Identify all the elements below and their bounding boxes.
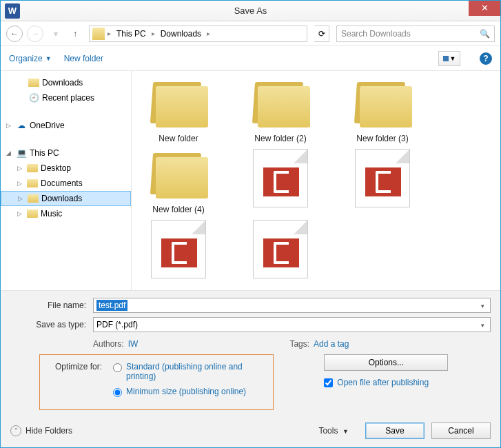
pc-icon: 💻 (16, 148, 27, 158)
search-icon: 🔍 (480, 29, 490, 39)
options-button[interactable]: Options... (324, 354, 448, 371)
forward-button: → (27, 26, 43, 42)
recent-icon: 🕘 (28, 93, 39, 103)
folder-icon (27, 164, 38, 172)
folder-icon (28, 79, 39, 87)
authors-label: Authors: (93, 339, 124, 349)
chevron-down-icon[interactable]: ▾ (478, 301, 488, 311)
expander-icon[interactable]: ▷ (17, 165, 24, 172)
open-after-publishing-checkbox[interactable]: Open file after publishing (324, 378, 448, 387)
optimize-for-group: Optimize for: Standard (publishing onlin… (39, 354, 274, 410)
item-label: New folder (3) (356, 134, 408, 143)
document-icon (355, 149, 410, 207)
breadcrumb-segment[interactable]: Downloads (158, 29, 204, 39)
chevron-right-icon[interactable]: ▸ (205, 30, 212, 37)
folder-icon (27, 210, 38, 218)
save-options-panel: File name: test.pdf▾ Save as type: PDF (… (1, 290, 500, 447)
file-list[interactable]: New folder New folder (2) New folder (3)… (132, 71, 500, 290)
expander-icon[interactable]: ▷ (17, 180, 24, 187)
folder-icon (146, 149, 212, 201)
expander-icon[interactable]: ▷ (6, 122, 13, 129)
folder-icon (28, 194, 39, 203)
expander-icon[interactable]: ▷ (18, 195, 25, 202)
tree-item-this-pc[interactable]: ◢💻This PC (1, 145, 131, 161)
folder-icon (248, 78, 314, 130)
file-item[interactable] (341, 149, 424, 214)
file-item[interactable] (239, 149, 322, 214)
address-bar[interactable]: ▸ This PC ▸ Downloads ▸ (89, 26, 307, 42)
view-options-button[interactable]: ▼ (438, 51, 460, 66)
search-placeholder: Search Downloads (341, 29, 411, 39)
filename-label: File name: (10, 301, 93, 310)
expander-icon[interactable]: ▷ (17, 210, 24, 217)
organize-menu[interactable]: Organize▼ (9, 54, 52, 63)
folder-icon (350, 78, 416, 130)
item-label: New folder (4) (152, 205, 204, 214)
main-area: Downloads 🕘Recent places ▷☁OneDrive ◢💻Th… (1, 71, 500, 290)
refresh-button[interactable]: ⟳ (314, 26, 329, 42)
file-item[interactable] (239, 220, 322, 278)
chevron-down-icon: ▼ (45, 55, 52, 62)
tree-item-recent-places[interactable]: 🕘Recent places (1, 90, 131, 105)
item-label: New folder (159, 134, 198, 143)
recent-locations-button[interactable]: ▾ (48, 26, 64, 42)
optimize-label: Optimize for: (48, 362, 108, 371)
cancel-button[interactable]: Cancel (431, 422, 491, 439)
folder-item[interactable]: New folder (3) (341, 78, 424, 143)
breadcrumb-segment[interactable]: This PC (114, 29, 149, 39)
navigation-bar: ← → ▾ ↑ ▸ This PC ▸ Downloads ▸ ⟳ Search… (1, 21, 500, 46)
location-icon (92, 28, 105, 40)
chevron-down-icon: ▼ (342, 428, 349, 435)
save-button[interactable]: Save (365, 422, 425, 439)
help-button[interactable]: ? (480, 52, 492, 65)
navigation-tree[interactable]: Downloads 🕘Recent places ▷☁OneDrive ◢💻Th… (1, 71, 132, 290)
tools-menu[interactable]: Tools ▼ (318, 426, 349, 436)
optimize-minimum-radio[interactable]: Minimum size (publishing online) (113, 387, 265, 397)
chevron-right-icon[interactable]: ▸ (150, 30, 156, 37)
tree-item-onedrive[interactable]: ▷☁OneDrive (1, 118, 131, 133)
tags-label: Tags: (289, 339, 309, 349)
onedrive-icon: ☁ (16, 121, 27, 130)
authors-value[interactable]: IW (128, 339, 139, 349)
document-icon (253, 149, 308, 207)
tree-item-downloads-quick[interactable]: Downloads (1, 75, 131, 90)
folder-icon (27, 179, 38, 187)
word-app-icon: W (5, 3, 20, 19)
filename-input[interactable]: test.pdf▾ (93, 298, 491, 313)
tree-item-documents[interactable]: ▷Documents (1, 176, 131, 191)
search-input[interactable]: Search Downloads 🔍 (336, 26, 495, 42)
document-icon (253, 220, 308, 278)
document-icon (151, 220, 206, 278)
chevron-up-icon: ˄ (10, 425, 21, 436)
item-label: New folder (2) (254, 134, 306, 143)
tags-value[interactable]: Add a tag (314, 339, 349, 349)
chevron-right-icon[interactable]: ▸ (106, 30, 112, 37)
up-button[interactable]: ↑ (68, 29, 82, 39)
expander-icon[interactable]: ◢ (6, 150, 13, 156)
optimize-standard-radio[interactable]: Standard (publishing online and printing… (113, 362, 265, 381)
hide-folders-button[interactable]: ˄Hide Folders (10, 425, 72, 436)
close-button[interactable]: ✕ (469, 1, 500, 16)
folder-item[interactable]: New folder (4) (137, 149, 220, 214)
title-bar: W Save As ✕ (1, 1, 500, 21)
window-title: Save As (1, 6, 500, 16)
file-item[interactable] (137, 220, 220, 278)
new-folder-button[interactable]: New folder (64, 54, 103, 63)
folder-item[interactable]: New folder (2) (239, 78, 322, 143)
back-button[interactable]: ← (6, 26, 23, 42)
folder-icon (146, 78, 212, 130)
folder-item[interactable]: New folder (137, 78, 220, 143)
tree-item-music[interactable]: ▷Music (1, 206, 131, 221)
command-bar: Organize▼ New folder ▼ ? (1, 46, 500, 71)
filetype-select[interactable]: PDF (*.pdf)▾ (93, 317, 491, 332)
tree-item-downloads[interactable]: ▷Downloads (1, 191, 131, 206)
filetype-label: Save as type: (10, 320, 93, 329)
tree-item-desktop[interactable]: ▷Desktop (1, 161, 131, 176)
chevron-down-icon[interactable]: ▾ (478, 320, 488, 330)
